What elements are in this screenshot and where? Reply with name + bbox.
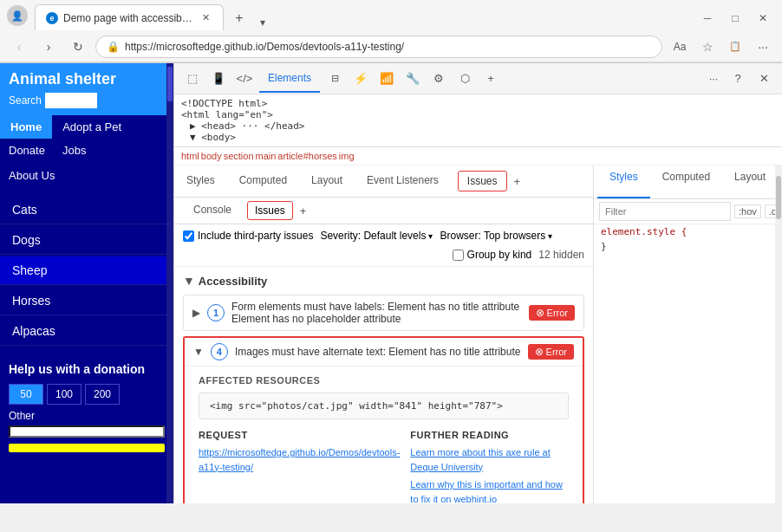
device-toolbar-button[interactable]: 📱 (207, 68, 230, 90)
add-tab-button[interactable]: + (479, 68, 502, 90)
read-aloud-icon[interactable]: Aa (668, 35, 692, 59)
maximize-button[interactable]: □ (723, 6, 747, 30)
tabs-bar: e Demo page with accessibility iss... ✕ … (35, 1, 775, 30)
inspect-element-button[interactable]: ⬚ (181, 68, 204, 90)
issue-item-1: ▶ 1 Form elements must have labels: Elem… (183, 295, 584, 331)
severity-dropdown[interactable]: Severity: Default levels ▾ (320, 230, 433, 242)
computed-tab[interactable]: Computed (650, 165, 722, 198)
window-close-button[interactable]: ✕ (751, 6, 775, 30)
search-input[interactable] (45, 93, 97, 108)
more-tools-button[interactable]: ··· (751, 35, 775, 59)
add-panel-button[interactable]: + (511, 175, 525, 188)
request-link[interactable]: https://microsoftedge.github.io/Demos/de… (199, 445, 400, 474)
add-panel-bottom-button[interactable]: + (297, 204, 310, 217)
tab-elements[interactable]: Elements (259, 65, 320, 93)
site-nav: Home Adopt a Pet Donate Jobs About Us (0, 115, 173, 189)
group-by-label: Group by kind (467, 249, 532, 261)
nav-adopt-button[interactable]: Adopt a Pet (52, 115, 132, 139)
amount-200-button[interactable]: 200 (85, 384, 120, 405)
active-tab[interactable]: e Demo page with accessibility iss... ✕ (35, 4, 224, 30)
website-sidebar: Animal shelter Search Home Adopt a Pet D… (0, 63, 173, 503)
hov-button[interactable]: :hov (734, 204, 761, 218)
nav-donate-button[interactable]: Donate (0, 139, 54, 162)
animal-sheep[interactable]: Sheep (0, 256, 173, 285)
tab-issues-bottom[interactable]: Issues (247, 201, 293, 220)
layout-tab[interactable]: Layout (722, 165, 775, 198)
profile-icon[interactable]: 👤 (7, 5, 28, 26)
other-amount-input[interactable] (9, 425, 165, 438)
style-close-brace: } (594, 239, 775, 254)
further-link-1[interactable]: Learn more about this axe rule at Deque … (410, 445, 569, 474)
affected-label: AFFECTED RESOURCES (199, 375, 569, 386)
third-party-checkbox-label[interactable]: Include third-party issues (183, 230, 313, 242)
sources-icon[interactable]: ⚡ (349, 68, 372, 90)
donation-title: Help us with a donation (9, 361, 165, 377)
nav-home-button[interactable]: Home (0, 115, 52, 139)
devtools-help-button[interactable]: ? (727, 68, 749, 90)
devtools-toolbar: ⬚ 📱 </> Elements ⊟ ⚡ 📶 🔧 ⚙ ⬡ + ··· ? ✕ (174, 63, 782, 94)
breadcrumb-main[interactable]: main (256, 151, 277, 161)
url-text: https://microsoftedge.github.io/Demos/de… (125, 41, 651, 53)
amount-50-button[interactable]: 50 (9, 384, 43, 405)
url-bar[interactable]: 🔒 https://microsoftedge.github.io/Demos/… (95, 36, 662, 58)
styles-filter-input[interactable] (599, 202, 731, 221)
style-brace: } (601, 241, 607, 252)
animal-dogs[interactable]: Dogs (0, 226, 173, 255)
tab-close-button[interactable]: ✕ (199, 11, 212, 25)
elements-panel-button[interactable]: </> (233, 68, 256, 90)
breadcrumb-img[interactable]: img (339, 151, 355, 161)
nav-jobs-button[interactable]: Jobs (54, 139, 94, 162)
breadcrumb-html[interactable]: html (181, 151, 199, 161)
browser-dropdown[interactable]: Browser: Top browsers ▾ (440, 230, 552, 242)
collections-icon[interactable]: 📋 (723, 35, 747, 59)
breadcrumb-article[interactable]: article#horses (277, 151, 336, 161)
further-link-2[interactable]: Learn why this is important and how to f… (410, 477, 569, 503)
site-header: Animal shelter Search (0, 63, 173, 115)
other-label: Other (9, 410, 165, 422)
layers-icon[interactable]: ⬡ (453, 68, 476, 90)
tab-layout[interactable]: Layout (299, 169, 355, 193)
third-party-checkbox[interactable] (183, 230, 194, 242)
two-col-section: REQUEST https://microsoftedge.github.io/… (199, 430, 569, 503)
devtools-more-button[interactable]: ··· (704, 71, 723, 87)
tab-event-listeners[interactable]: Event Listeners (355, 169, 451, 193)
reload-button[interactable]: ↻ (66, 35, 90, 59)
amount-100-button[interactable]: 100 (47, 384, 81, 405)
animal-alpacas[interactable]: Alpacas (0, 317, 173, 346)
tab-console-bottom[interactable]: Console (181, 198, 244, 223)
favorites-icon[interactable]: ☆ (695, 35, 720, 59)
group-by-checkbox[interactable] (453, 250, 464, 261)
performance-icon[interactable]: 🔧 (401, 68, 424, 90)
issue-2-number: 4 (211, 343, 228, 360)
tab-styles[interactable]: Styles (174, 169, 227, 193)
devtools-close-button[interactable]: ✕ (753, 68, 775, 90)
styles-filter-row: :hov .cls + ⬡ (594, 199, 775, 224)
main-layout: Animal shelter Search Home Adopt a Pet D… (0, 63, 782, 503)
tab-computed[interactable]: Computed (227, 169, 299, 193)
animal-cats[interactable]: Cats (0, 196, 173, 224)
issue-2-header[interactable]: ▼ 4 Images must have alternate text: Ele… (185, 338, 583, 366)
styles-tab[interactable]: Styles (597, 165, 650, 198)
tab-issues[interactable]: Issues (458, 171, 507, 191)
forward-button[interactable]: › (36, 35, 61, 59)
breadcrumb-section[interactable]: section (224, 151, 254, 161)
minimize-button[interactable]: ─ (695, 6, 720, 30)
breadcrumb-body[interactable]: body (201, 151, 222, 161)
nav-about-button[interactable]: About Us (0, 162, 173, 189)
cls-button[interactable]: .cls (765, 204, 775, 218)
elements-code-area: <!DOCTYPE html> <html lang="en"> ▶ <head… (174, 94, 782, 147)
new-tab-button[interactable]: + (227, 6, 251, 30)
devtools-scrollbar[interactable] (775, 165, 782, 503)
animal-horses[interactable]: Horses (0, 287, 173, 315)
network-icon[interactable]: ⊟ (323, 68, 346, 90)
wifi-icon[interactable]: 📶 (375, 68, 398, 90)
back-button[interactable]: ‹ (7, 35, 31, 59)
accessibility-section: ▼ Accessibility ▶ 1 Form elements must h… (174, 267, 593, 503)
scrollbar-thumb[interactable] (776, 176, 781, 219)
devtools-content: Styles Computed Layout Event Listeners I… (174, 165, 782, 503)
settings-icon[interactable]: ⚙ (427, 68, 450, 90)
issue-2-title: Images must have alternate text: Element… (235, 346, 521, 358)
issue-1-header[interactable]: ▶ 1 Form elements must have labels: Elem… (184, 295, 583, 330)
accessibility-collapse-button[interactable]: ▼ (183, 274, 195, 288)
tab-menu-button[interactable]: ▾ (255, 15, 270, 30)
